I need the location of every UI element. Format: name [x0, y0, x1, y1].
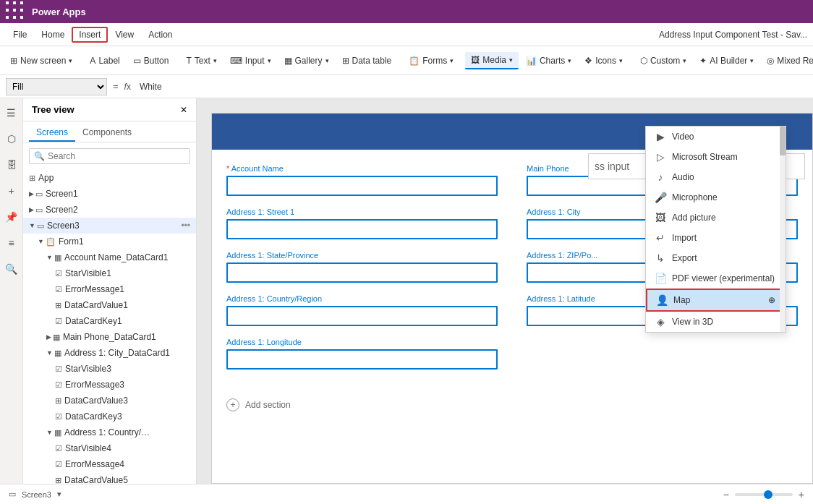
property-selector[interactable]: Fill	[6, 78, 107, 95]
forms-button[interactable]: 📋 Forms ▾	[403, 53, 459, 69]
tree-item-app[interactable]: ⊞ App	[23, 170, 196, 186]
left-icon-data[interactable]: 🗄	[3, 156, 20, 174]
zoom-slider[interactable]	[735, 493, 793, 496]
tree-close-icon[interactable]: ✕	[180, 105, 187, 115]
dropdown-item-stream[interactable]: ▷ Microsoft Stream	[646, 147, 786, 167]
tree-item-datacardvalue3[interactable]: ⊞ DataCardValue3	[23, 393, 196, 409]
tree-item-screen1[interactable]: ▶ ▭ Screen1	[23, 186, 196, 202]
left-icon-pin[interactable]: 📌	[3, 208, 20, 226]
label-button[interactable]: A Label	[84, 53, 125, 69]
datacardvalue5-icon: ⊞	[55, 476, 61, 484]
text-icon: T	[186, 56, 191, 66]
tree-item-errormessage4[interactable]: ☑ ErrorMessage4	[23, 456, 196, 472]
dropdown-item-import[interactable]: ↵ Import	[646, 228, 786, 248]
tree-item-datacardkey3[interactable]: ☑ DataCardKey3	[23, 409, 196, 424]
charts-button[interactable]: 📊 Charts ▾	[520, 53, 577, 69]
dropdown-item-microphone[interactable]: 🎤 Microphone	[646, 187, 786, 208]
new-screen-button[interactable]: ⊞ New screen ▾	[4, 53, 78, 69]
dropdown-scrollbar[interactable]	[780, 127, 786, 332]
text-button[interactable]: T Text ▾	[180, 53, 222, 69]
left-icon-shapes[interactable]: ⬡	[3, 130, 20, 148]
field-input-street1[interactable]	[226, 219, 498, 239]
errormessage3-icon: ☑	[55, 380, 62, 390]
tree-item-errormessage3[interactable]: ☑ ErrorMessage3	[23, 377, 196, 393]
media-button[interactable]: 🖼 Media ▾	[465, 52, 519, 69]
dropdown-item-video[interactable]: ▶ Video	[646, 127, 786, 147]
dropdown-item-export[interactable]: ↳ Export	[646, 248, 786, 268]
country-datacard-icon: ▦	[54, 428, 61, 437]
dropdown-item-view3d[interactable]: ◈ View in 3D	[646, 312, 786, 332]
icons-icon: ❖	[584, 56, 592, 66]
gallery-button[interactable]: ▦ Gallery ▾	[278, 53, 335, 69]
search-icon: 🔍	[34, 151, 45, 161]
tree-item-screen2[interactable]: ▶ ▭ Screen2	[23, 202, 196, 218]
tree-item-starvisible1[interactable]: ☑ StarVisible1	[23, 265, 196, 281]
tree-item-datacardkey1[interactable]: ☑ DataCardKey1	[23, 313, 196, 329]
left-icon-vars[interactable]: ≡	[3, 234, 20, 252]
tree-item-form1[interactable]: ▼ 📋 Form1	[23, 234, 196, 249]
dropdown-item-map[interactable]: 👤 Map ⊕	[646, 289, 786, 312]
status-bar: ▭ Screen3 ▾ − +	[0, 484, 813, 504]
tree-item-account-datacard[interactable]: ▼ ▦ Account Name_DataCard1	[23, 249, 196, 265]
ai-builder-icon: ✦	[699, 56, 707, 66]
tree-item-screen3[interactable]: ▼ ▭ Screen3 •••	[23, 218, 196, 234]
field-label-longitude: Address 1: Longitude	[226, 338, 498, 346]
label-icon: A	[90, 56, 95, 66]
zoom-minus-button[interactable]: −	[723, 489, 729, 500]
zoom-plus-button[interactable]: +	[799, 489, 804, 500]
tree-item-starvisible4[interactable]: ☑ StarVisible4	[23, 440, 196, 456]
menu-insert[interactable]: Insert	[72, 27, 108, 43]
app-icon: ⊞	[29, 174, 35, 183]
tree-item-datacardvalue1[interactable]: ⊞ DataCardValue1	[23, 297, 196, 313]
tree-item-country-datacard[interactable]: ▼ ▦ Address 1: Country/Region_DataC...	[23, 424, 196, 440]
city-datacard-icon: ▦	[54, 349, 61, 358]
more-options-icon[interactable]: •••	[181, 221, 190, 231]
audio-icon: ♪	[655, 171, 666, 183]
tree-item-city-datacard[interactable]: ▼ ▦ Address 1: City_DataCard1	[23, 345, 196, 361]
dropdown-item-pdf[interactable]: 📄 PDF viewer (experimental)	[646, 268, 786, 289]
form1-icon: 📋	[46, 237, 56, 247]
formula-value[interactable]: White	[140, 82, 162, 92]
field-label-account-name: Account Name	[226, 164, 498, 173]
forms-icon: 📋	[409, 56, 420, 66]
input-icon: ⌨	[230, 56, 242, 66]
tab-screens[interactable]: Screens	[29, 124, 75, 142]
screen-caret: ▾	[57, 490, 61, 499]
tab-components[interactable]: Components	[75, 124, 139, 142]
field-input-country[interactable]	[226, 306, 498, 326]
left-icon-search[interactable]: 🔍	[3, 260, 20, 278]
tree-content: ⊞ App ▶ ▭ Screen1 ▶ ▭ Screen2 ▼ ▭	[23, 170, 196, 484]
menu-action[interactable]: Action	[141, 27, 179, 43]
button-button[interactable]: ▭ Button	[127, 53, 175, 69]
field-input-longitude[interactable]	[226, 349, 498, 370]
menu-file[interactable]: File	[6, 27, 34, 43]
dropdown-item-add-picture[interactable]: 🖼 Add picture	[646, 208, 786, 228]
menu-view[interactable]: View	[108, 27, 141, 43]
search-box: 🔍	[29, 148, 190, 164]
main-layout: ☰ ⬡ 🗄 + 📌 ≡ 🔍 Tree view ✕ Screens Compon…	[0, 98, 813, 484]
input-button[interactable]: ⌨ Input ▾	[224, 53, 277, 69]
screen2-icon: ▭	[35, 205, 43, 215]
menu-home[interactable]: Home	[34, 27, 72, 43]
formula-bar: Fill = fx White	[0, 75, 813, 98]
tree-panel: Tree view ✕ Screens Components 🔍 ⊞ App ▶…	[23, 98, 197, 484]
field-input-state[interactable]	[226, 262, 498, 283]
left-icon-menu[interactable]: ☰	[3, 104, 20, 121]
data-table-button[interactable]: ⊞ Data table	[336, 53, 398, 69]
mixed-reality-button[interactable]: ◎ Mixed Reality ▾	[761, 53, 813, 69]
tree-item-starvisible3[interactable]: ☑ StarVisible3	[23, 361, 196, 377]
search-input[interactable]	[48, 151, 185, 161]
add-section-button[interactable]: + Add section	[212, 384, 812, 426]
dropdown-item-audio[interactable]: ♪ Audio	[646, 167, 786, 187]
left-icon-plus[interactable]: +	[3, 182, 20, 200]
media-dropdown: ▶ Video ▷ Microsoft Stream ♪ Audio 🎤 Mic…	[645, 126, 786, 333]
ai-builder-button[interactable]: ✦ AI Builder ▾	[694, 53, 759, 69]
tree-item-errormessage1[interactable]: ☑ ErrorMessage1	[23, 281, 196, 297]
field-input-account-name[interactable]	[226, 176, 498, 196]
icons-button[interactable]: ❖ Icons ▾	[579, 53, 629, 69]
tree-item-datacardvalue5[interactable]: ⊞ DataCardValue5	[23, 472, 196, 484]
zoom-thumb	[764, 490, 772, 499]
tree-item-mainphone-datacard[interactable]: ▶ ▦ Main Phone_DataCard1	[23, 329, 196, 345]
custom-button[interactable]: ⬡ Custom ▾	[634, 53, 692, 69]
app-grid-icon[interactable]	[6, 1, 26, 22]
